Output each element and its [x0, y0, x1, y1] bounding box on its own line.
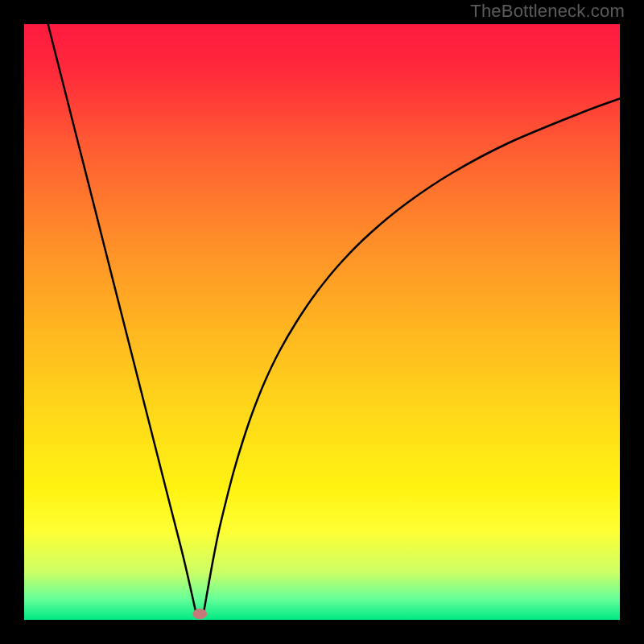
chart-background	[24, 24, 620, 620]
watermark-text: TheBottleneck.com	[470, 1, 625, 22]
chart-outer: { "watermark": "TheBottleneck.com", "cha…	[0, 0, 644, 644]
bottleneck-chart	[24, 24, 620, 620]
optimum-marker	[192, 609, 207, 619]
